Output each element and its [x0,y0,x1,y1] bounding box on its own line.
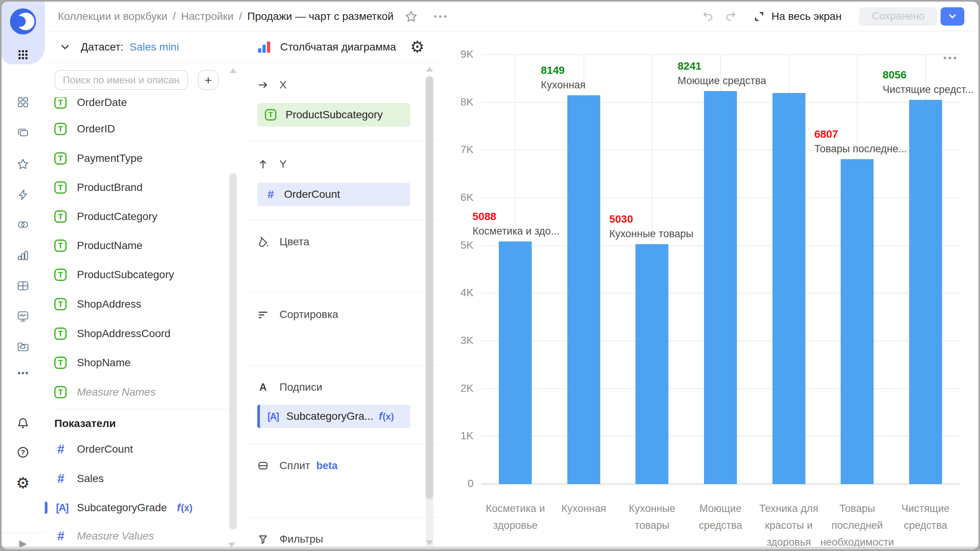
scroll-up-icon[interactable] [426,67,433,72]
column-chart-icon [257,40,272,54]
dataset-name-link[interactable]: Sales mini [129,41,179,53]
sort-icon [257,309,279,320]
chart-bar-кухонные-товары[interactable] [635,244,668,484]
help-icon[interactable]: ? [2,445,44,460]
section-сортировка: Сортировка [257,307,338,322]
field-row-productbrand[interactable]: TProductBrand [54,177,230,198]
chart-menu-icon[interactable] [944,57,956,59]
field-row-orderid[interactable]: TOrderID [54,118,230,140]
widgets-icon[interactable] [2,95,44,109]
y-axis-tick-label: 9K [438,48,474,60]
monitoring-icon[interactable] [2,309,44,324]
chart-bar-товары-последней-необходимости[interactable] [841,159,874,484]
dataset-scrollbar[interactable] [229,173,237,530]
more-menu-icon[interactable] [434,15,446,18]
storage-folder-icon[interactable] [2,339,44,354]
field-row-sales[interactable]: #Sales [54,468,230,489]
chart-bar-чистящие-средства[interactable] [909,100,942,484]
type-text-icon: T [265,109,276,121]
field-row-paymenttype[interactable]: TPaymentType [54,148,230,169]
type-number-icon: # [265,188,276,201]
datalens-logo-icon[interactable] [10,8,36,34]
saved-button[interactable]: Сохранено [859,7,937,26]
field-row-measure-names[interactable]: TMeasure Names [54,381,230,403]
breadcrumb-settings[interactable]: Настройки [181,10,234,23]
chart-bar-техника-для-красоты-и-здоровья[interactable] [773,93,805,484]
field-label: ProductCategory [77,210,157,223]
chip-subcategorygra-[interactable]: [A]SubcategoryGra...f(x) [257,404,410,428]
chip-ordercount[interactable]: #OrderCount [257,183,410,206]
chart-bar-косметика-и-здоровье[interactable] [499,241,532,484]
field-row-measure-values[interactable]: #Measure Values [54,525,230,547]
save-dropdown-button[interactable] [941,7,964,26]
fields-divider [54,409,236,409]
field-row-productsubcategory[interactable]: TProductSubcategory [54,264,230,285]
svg-text:?: ? [21,449,25,456]
favorite-star-icon[interactable] [404,10,418,23]
undo-icon[interactable] [702,10,714,23]
type-text-icon: T [54,357,67,369]
type-text-icon: T [54,386,67,398]
scroll-down-icon[interactable] [426,540,433,545]
field-row-shopaddresscoord[interactable]: TShopAddressCoord [54,323,230,344]
y-axis-tick-label: 5K [438,239,474,251]
section-label: Цвета [279,236,309,248]
connections-icon[interactable] [2,217,44,232]
chart-config-panel: Столбчатая диаграмма ⚙ XTProductSubcateg… [247,31,439,549]
chip-productsubcategory[interactable]: TProductSubcategory [257,103,410,127]
y-axis-tick-label: 4K [438,287,474,299]
chart-type-label[interactable]: Столбчатая диаграмма [280,41,396,53]
charts-icon[interactable] [2,248,44,262]
dataset-header[interactable]: Датасет: Sales mini [45,31,247,63]
apps-grid-icon[interactable] [2,47,44,62]
tables-icon[interactable] [2,279,44,293]
scroll-up-icon[interactable] [230,68,237,73]
fullscreen-button[interactable]: На весь экран [753,10,841,23]
fullscreen-label[interactable]: На весь экран [771,10,841,23]
arrow-right-icon [257,79,279,91]
field-row-shopaddress[interactable]: TShopAddress [54,293,230,315]
field-row-ordercount[interactable]: #OrderCount [54,439,230,460]
chart-bar-кухонная[interactable] [567,95,600,484]
field-label: OrderCount [77,443,133,455]
favorites-star-icon[interactable] [2,157,44,171]
chevron-down-icon[interactable] [59,41,71,53]
field-row-subcategorygrade[interactable]: [A]SubcategoryGradef(x) [54,497,230,518]
type-text-icon: T [54,210,67,223]
chart-type-header: Столбчатая диаграмма ⚙ [247,31,438,63]
selected-field-indicator [45,502,47,514]
section-фильтры: Фильтры [257,531,323,547]
redo-icon[interactable] [725,10,737,23]
chart-bar-моющие-средства[interactable] [704,91,737,484]
field-label: Sales [77,473,104,485]
beta-badge: beta [316,460,338,472]
field-row-productname[interactable]: TProductName [54,235,230,256]
type-number-icon: # [54,442,67,456]
formula-icon: f(x) [379,410,394,422]
breadcrumb-collections[interactable]: Коллекции и воркбуки [58,10,167,23]
search-input[interactable] [54,70,188,90]
notifications-bell-icon[interactable] [2,416,44,430]
svg-text:A: A [259,381,267,393]
bar-value-label: 8149Кухонная [541,63,586,92]
field-row-shopname[interactable]: TShopName [54,352,230,373]
more-dots-icon[interactable] [2,366,44,380]
field-label: ShopAddressCoord [77,328,170,340]
field-label: OrderID [77,123,115,135]
section-y: Y [257,156,287,172]
section-divider [247,517,438,518]
field-row-productcategory[interactable]: TProductCategory [54,206,230,227]
measures-section-title: Показатели [54,417,116,430]
section-divider [247,365,438,365]
add-field-button[interactable]: + [198,70,219,90]
editor-lightning-icon[interactable] [2,187,44,202]
chip-label: SubcategoryGra... [286,410,373,422]
config-scrollbar-thumb[interactable] [426,76,433,499]
collections-icon[interactable] [2,126,44,140]
settings-gear-icon[interactable]: ⚙ [2,476,44,490]
section-label: X [279,79,287,91]
chart-settings-gear-icon[interactable]: ⚙ [410,39,425,55]
y-axis-tick-label: 3K [438,334,474,347]
bar-value-label: 8056Чистящие средст... [883,68,973,97]
horizontal-scrollbar[interactable] [2,547,978,549]
